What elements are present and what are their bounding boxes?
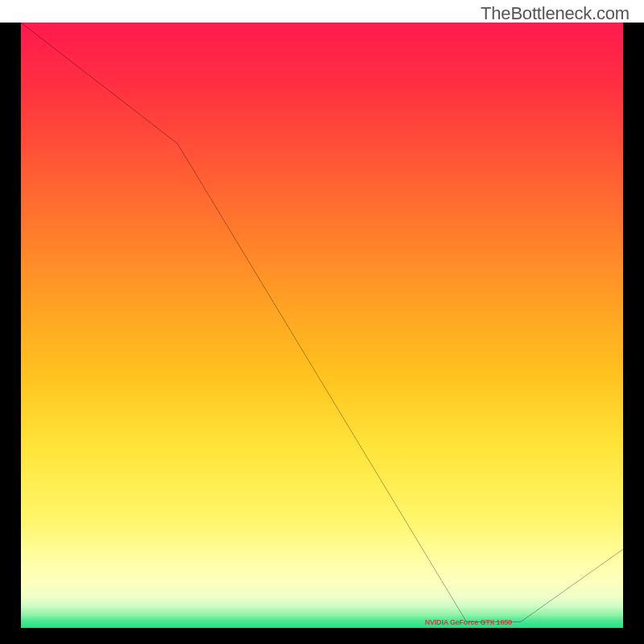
plot-area: NVIDIA GeForce GTX 1650: [21, 23, 623, 628]
plot-outer-border: NVIDIA GeForce GTX 1650: [0, 23, 644, 644]
data-line: [21, 23, 623, 628]
chart-frame: TheBottleneck.com: [0, 0, 644, 644]
watermark-text: TheBottleneck.com: [481, 3, 630, 24]
